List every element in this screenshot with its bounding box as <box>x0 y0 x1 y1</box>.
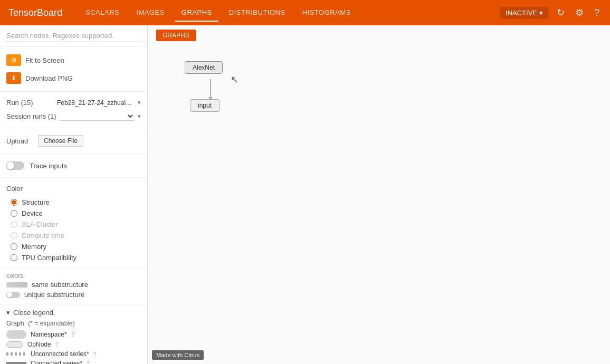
legend-item-connected: Connected series* ? <box>6 360 141 364</box>
namespace-label: Namespace* <box>31 331 67 338</box>
topnav: TensorBoard SCALARS IMAGES GRAPHS DISTRI… <box>0 0 610 25</box>
run-section: Run (15) Feb28_21-27-24_zzhualexnet ▾ Se… <box>0 92 147 128</box>
help-button[interactable]: ? <box>592 5 602 21</box>
toggle-knob <box>7 162 14 169</box>
legend-close-label: Close legend. <box>13 309 55 317</box>
run-label: Run (15) <box>6 99 54 107</box>
colors-mini-label: colors <box>6 272 23 280</box>
legend-item-unconnected: Unconnected series* ? <box>6 350 141 358</box>
same-substructure-swatch <box>6 282 27 288</box>
nav-distributions[interactable]: DISTRIBUTIONS <box>223 4 292 22</box>
watermark: Made with Citrus <box>152 350 204 360</box>
legend-rows: Namespace* ? OpNode ? Unconnected series… <box>6 330 141 364</box>
chevron-down-icon: ▾ <box>539 9 543 17</box>
nav-scalars[interactable]: SCALARS <box>79 4 126 22</box>
opnode-help-icon[interactable]: ? <box>55 341 59 348</box>
nav-histograms[interactable]: HISTOGRAMS <box>296 4 357 22</box>
color-compute-label: Compute time <box>22 232 64 240</box>
topnav-right: INACTIVE ▾ ↻ ⚙ ? <box>500 5 602 21</box>
graph-edge <box>210 79 211 98</box>
watermark-text: Made with Citrus <box>156 352 199 358</box>
nav-graphs[interactable]: GRAPHS <box>175 4 218 22</box>
same-substructure-row: same substructure <box>6 280 141 290</box>
color-option-structure[interactable]: Structure <box>11 197 141 207</box>
opnode-icon <box>6 341 23 348</box>
color-option-memory[interactable]: Memory <box>11 242 141 252</box>
toggle-mini-knob <box>7 292 12 298</box>
opnode-label: OpNode <box>27 341 51 348</box>
alexnet-node[interactable]: AlexNet <box>185 61 223 74</box>
legend-close-button[interactable]: ▾ Close legend. <box>6 309 141 317</box>
color-header: Color <box>6 182 141 197</box>
legend-title-row: Graph (* = expandable) <box>6 320 141 327</box>
color-option-xla: XLA Cluster <box>11 219 141 229</box>
trace-inputs-label: Trace inputs <box>30 162 67 170</box>
run-value: Feb28_21-27-24_zzhualexnet <box>57 99 135 107</box>
namespace-icon <box>6 330 26 339</box>
session-runs-select[interactable] <box>60 112 135 121</box>
nav-images[interactable]: IMAGES <box>130 4 171 22</box>
unconnected-label: Unconnected series* <box>31 350 89 358</box>
actions-section: ⊞ Fit to Screen ⬇ Download PNG <box>0 47 147 92</box>
download-png-label: Download PNG <box>25 74 73 82</box>
session-runs-label: Session runs (1) <box>6 112 56 120</box>
color-radio-group: Structure Device XLA Cluster Compute tim… <box>6 197 141 263</box>
namespace-help-icon[interactable]: ? <box>71 331 74 338</box>
color-option-device[interactable]: Device <box>11 208 141 218</box>
search-input[interactable] <box>6 30 141 42</box>
color-xla-label: XLA Cluster <box>22 221 58 228</box>
unique-substructure-label: unique substructure <box>24 291 84 299</box>
upload-section: Upload Choose File <box>0 128 147 154</box>
unconnected-icon <box>6 352 26 356</box>
fit-screen-label: Fit to Screen <box>25 56 64 64</box>
upload-row: Upload Choose File <box>6 132 141 149</box>
unique-substructure-row: unique substructure <box>6 290 141 300</box>
colors-mini-section: colors same substructure unique substruc… <box>0 267 147 304</box>
topnav-links: SCALARS IMAGES GRAPHS DISTRIBUTIONS HIST… <box>79 4 500 22</box>
app-brand: TensorBoard <box>8 7 62 18</box>
color-option-compute: Compute time <box>11 231 141 241</box>
run-row: Run (15) Feb28_21-27-24_zzhualexnet ▾ <box>6 96 141 109</box>
refresh-icon: ↻ <box>557 7 565 18</box>
help-icon: ? <box>594 7 599 18</box>
upload-label: Upload <box>6 137 33 145</box>
input-node[interactable]: input <box>190 99 220 112</box>
status-dropdown[interactable]: INACTIVE ▾ <box>500 7 548 19</box>
trace-inputs-toggle[interactable] <box>6 161 24 170</box>
connected-icon <box>6 362 26 364</box>
trace-inputs-section: Trace inputs <box>0 154 147 178</box>
session-runs-row: Session runs (1) ▾ <box>6 109 141 123</box>
download-png-button[interactable]: ⬇ Download PNG <box>6 69 141 87</box>
cursor-indicator: ↖ <box>231 74 239 85</box>
search-section <box>0 25 147 47</box>
color-structure-label: Structure <box>22 198 50 206</box>
legend-graph-label: Graph <box>6 320 24 327</box>
connected-help-icon[interactable]: ? <box>87 360 90 364</box>
main-layout: ⊞ Fit to Screen ⬇ Download PNG Run (15) … <box>0 25 610 364</box>
fit-screen-icon: ⊞ <box>6 54 21 66</box>
refresh-button[interactable]: ↻ <box>555 5 567 21</box>
unconnected-help-icon[interactable]: ? <box>93 351 97 357</box>
fit-screen-button[interactable]: ⊞ Fit to Screen <box>6 51 141 69</box>
run-select-arrow: ▾ <box>138 99 141 106</box>
graph-tab-button[interactable]: GRAPHS <box>156 30 196 41</box>
unique-substructure-toggle[interactable] <box>6 292 20 298</box>
settings-button[interactable]: ⚙ <box>573 5 586 21</box>
sidebar: ⊞ Fit to Screen ⬇ Download PNG Run (15) … <box>0 25 148 364</box>
legend-section: ▾ Close legend. Graph (* = expandable) N… <box>0 304 147 364</box>
legend-expandable-note: (* = expandable) <box>28 320 74 327</box>
color-option-tpu[interactable]: TPU Compatibility <box>11 253 141 263</box>
session-runs-arrow: ▾ <box>138 113 141 120</box>
graph-area: GRAPHS AlexNet input ↖ Made with Citrus <box>148 25 610 364</box>
connected-label: Connected series* <box>31 360 82 364</box>
choose-file-button[interactable]: Choose File <box>38 135 83 147</box>
gear-icon: ⚙ <box>575 7 584 18</box>
color-device-label: Device <box>22 209 43 217</box>
color-label: Color <box>6 185 23 193</box>
download-icon: ⬇ <box>6 72 21 84</box>
legend-item-opnode: OpNode ? <box>6 341 141 348</box>
color-tpu-label: TPU Compatibility <box>22 254 77 262</box>
trace-inputs-row: Trace inputs <box>6 158 141 173</box>
status-label: INACTIVE <box>506 9 537 17</box>
chevron-up-icon: ▾ <box>6 309 10 317</box>
